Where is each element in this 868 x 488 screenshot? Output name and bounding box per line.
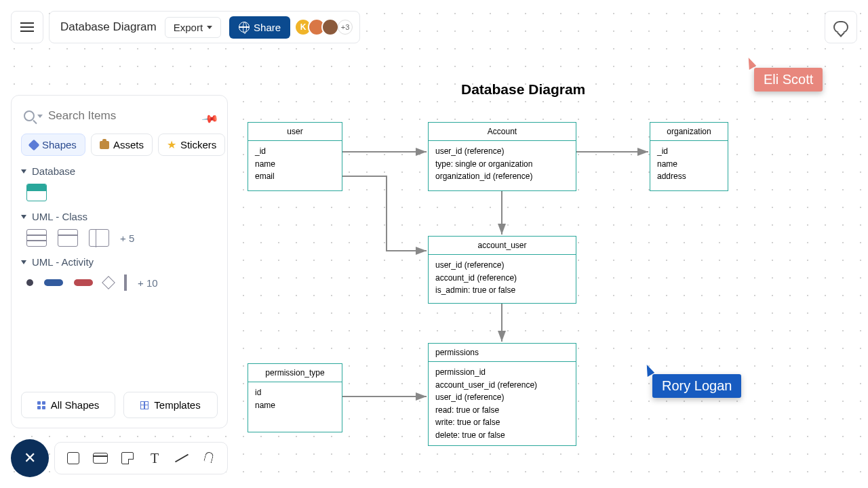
hamburger-menu-button[interactable]	[11, 11, 43, 43]
section-uml-activity: UML - Activity + 10	[21, 256, 218, 291]
entity-header: user	[248, 123, 342, 141]
template-icon	[140, 401, 149, 409]
collaborator-cursor-eli: Eli Scott	[754, 68, 823, 92]
entity-fields: user_id (reference)type: single or organ…	[429, 141, 576, 187]
chevron-down-icon	[21, 169, 26, 174]
collaborator-cursor-rory: Rory Logan	[652, 374, 741, 398]
pen-icon	[203, 452, 215, 464]
star-icon: ★	[167, 138, 176, 151]
text-icon: T	[151, 451, 159, 466]
collaborator-avatars[interactable]: K +3	[298, 18, 353, 36]
shape-uml-simple[interactable]	[58, 229, 78, 247]
shape-activity-blue[interactable]	[44, 279, 63, 286]
entity-fields: idname	[248, 382, 342, 415]
section-database: Database	[21, 165, 218, 201]
entity-organization[interactable]: organization _idnameaddress	[650, 122, 728, 191]
shapes-more[interactable]: + 5	[120, 232, 134, 244]
entity-fields: _idnameemail	[248, 141, 342, 187]
avatar-more[interactable]: +3	[338, 20, 353, 35]
entity-header: account_user	[429, 237, 576, 255]
shapes-more[interactable]: + 10	[138, 277, 158, 289]
shape-decision[interactable]	[102, 276, 115, 289]
panel-tabs: Shapes Assets ★Stickers	[21, 134, 218, 156]
entity-account[interactable]: Account user_id (reference)type: single …	[428, 122, 576, 191]
tab-stickers[interactable]: ★Stickers	[158, 134, 225, 156]
tool-text[interactable]: T	[147, 451, 162, 466]
shapes-panel: 📌 Shapes Assets ★Stickers Database UML -…	[11, 95, 228, 428]
hamburger-icon	[20, 26, 34, 28]
line-icon	[175, 454, 189, 463]
section-header-uml-activity[interactable]: UML - Activity	[21, 256, 218, 268]
document-title[interactable]: Database Diagram	[60, 20, 157, 34]
square-icon	[67, 452, 79, 464]
panel-footer: All Shapes Templates	[21, 392, 218, 418]
share-label: Share	[254, 22, 281, 33]
shape-uml-class[interactable]	[26, 229, 47, 247]
bottom-toolbar: T	[54, 442, 228, 474]
share-button[interactable]: Share	[229, 16, 290, 39]
globe-icon	[239, 22, 250, 33]
entity-user[interactable]: user _idnameemail	[248, 122, 342, 191]
entity-header: organization	[650, 123, 728, 141]
search-input[interactable]	[48, 109, 200, 123]
export-button[interactable]: Export	[165, 17, 221, 38]
entity-permissions[interactable]: permissions permission_idaccount_user_id…	[428, 343, 576, 446]
top-bar: Database Diagram Export Share K +3	[49, 11, 360, 43]
note-icon	[121, 452, 134, 464]
section-header-uml-class[interactable]: UML - Class	[21, 211, 218, 222]
all-shapes-button[interactable]: All Shapes	[21, 392, 115, 418]
chat-bubble-icon	[833, 21, 848, 33]
diamond-icon	[28, 139, 40, 150]
tab-shapes[interactable]: Shapes	[21, 134, 85, 156]
entity-header: permission_type	[248, 364, 342, 382]
tool-container[interactable]	[93, 451, 108, 466]
entity-header: permissions	[429, 344, 576, 362]
chevron-down-icon	[21, 260, 26, 264]
chevron-down-icon	[207, 26, 212, 29]
entity-fields: permission_idaccount_user_id (reference)…	[429, 362, 576, 446]
chevron-down-icon[interactable]	[37, 115, 43, 118]
search-row: 📌	[21, 105, 218, 127]
tab-assets[interactable]: Assets	[91, 134, 153, 156]
shape-activity-red[interactable]	[74, 279, 93, 286]
close-fab-button[interactable]: ✕	[11, 439, 49, 477]
entity-account-user[interactable]: account_user user_id (reference)account_…	[428, 236, 576, 304]
shape-uml-package[interactable]	[89, 229, 109, 247]
tool-rectangle[interactable]	[66, 451, 81, 466]
search-icon	[24, 110, 35, 121]
comments-button[interactable]	[825, 11, 857, 43]
shape-initial-node[interactable]	[26, 279, 33, 286]
section-header-database[interactable]: Database	[21, 165, 218, 177]
entity-permission-type[interactable]: permission_type idname	[248, 363, 342, 432]
tool-line[interactable]	[174, 451, 189, 466]
entity-fields: _idnameaddress	[650, 141, 728, 187]
diagram-title: Database Diagram	[461, 81, 585, 98]
grid-icon	[37, 401, 45, 409]
tool-note[interactable]	[120, 451, 135, 466]
entity-fields: user_id (reference)account_id (reference…	[429, 255, 576, 301]
templates-button[interactable]: Templates	[123, 392, 218, 418]
entity-header: Account	[429, 123, 576, 141]
pin-icon[interactable]: 📌	[203, 109, 217, 123]
export-label: Export	[174, 22, 203, 33]
shape-bar[interactable]	[124, 274, 127, 291]
tool-freehand[interactable]	[201, 451, 216, 466]
close-icon: ✕	[24, 449, 36, 467]
avatar[interactable]	[321, 18, 339, 36]
briefcase-icon	[100, 141, 109, 149]
shape-db-table[interactable]	[26, 184, 47, 201]
container-icon	[93, 453, 108, 464]
section-uml-class: UML - Class + 5	[21, 211, 218, 247]
chevron-down-icon	[21, 215, 26, 219]
